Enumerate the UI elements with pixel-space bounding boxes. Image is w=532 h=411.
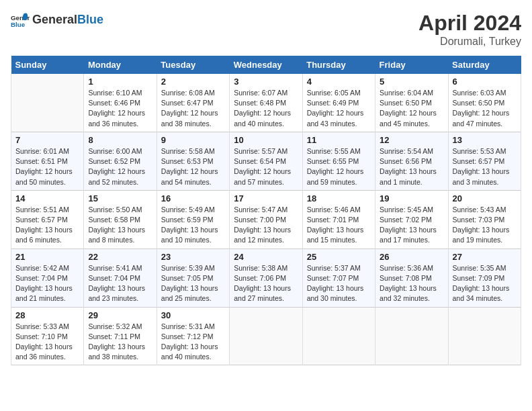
calendar-cell: 20 Sunrise: 5:43 AM Sunset: 7:03 PM Dayl… [448,190,521,248]
svg-text:Blue: Blue [11,21,26,28]
day-daylight: Daylight: 13 hours and 10 minutes. [161,226,218,244]
day-number: 4 [307,77,371,87]
calendar-header-row: SundayMondayTuesdayWednesdayThursdayFrid… [11,56,521,74]
day-sunrise: Sunrise: 5:51 AM [15,205,69,214]
day-daylight: Daylight: 13 hours and 32 minutes. [380,284,437,302]
day-daylight: Daylight: 13 hours and 34 minutes. [453,284,510,302]
day-sunrise: Sunrise: 5:45 AM [380,205,433,214]
day-daylight: Daylight: 13 hours and 38 minutes. [88,342,145,361]
calendar-cell: 26 Sunrise: 5:36 AM Sunset: 7:08 PM Dayl… [375,248,448,307]
day-number: 22 [88,252,152,262]
day-number: 25 [307,252,371,262]
calendar-cell: 14 Sunrise: 5:51 AM Sunset: 6:57 PM Dayl… [11,190,84,248]
day-sunset: Sunset: 7:05 PM [161,274,214,282]
calendar-cell: 22 Sunrise: 5:41 AM Sunset: 7:04 PM Dayl… [84,248,157,307]
day-number: 26 [380,252,443,262]
day-daylight: Daylight: 13 hours and 30 minutes. [307,284,364,302]
day-sunset: Sunset: 6:55 PM [307,157,359,165]
day-sunrise: Sunrise: 5:37 AM [307,264,361,272]
day-number: 28 [15,310,79,320]
day-sunset: Sunset: 6:50 PM [453,99,505,107]
calendar-cell: 11 Sunrise: 5:55 AM Sunset: 6:55 PM Dayl… [302,132,375,190]
day-sunrise: Sunrise: 6:00 AM [88,147,142,155]
day-number: 2 [161,77,225,87]
day-sunset: Sunset: 7:08 PM [380,274,432,282]
calendar-cell: 2 Sunrise: 6:08 AM Sunset: 6:47 PM Dayli… [157,74,229,132]
day-number: 20 [453,193,517,203]
column-header-sunday: Sunday [11,56,84,74]
calendar-week-row: 21 Sunrise: 5:42 AM Sunset: 7:04 PM Dayl… [11,248,521,307]
day-daylight: Daylight: 13 hours and 25 minutes. [161,284,218,302]
day-sunset: Sunset: 6:46 PM [88,99,140,107]
calendar-cell: 23 Sunrise: 5:39 AM Sunset: 7:05 PM Dayl… [157,248,229,307]
day-sunset: Sunset: 6:56 PM [380,157,432,165]
calendar-cell: 12 Sunrise: 5:54 AM Sunset: 6:56 PM Dayl… [375,132,448,190]
calendar-cell: 24 Sunrise: 5:38 AM Sunset: 7:06 PM Dayl… [230,248,302,307]
day-number: 8 [88,135,152,145]
calendar-cell: 4 Sunrise: 6:05 AM Sunset: 6:49 PM Dayli… [302,74,375,132]
day-sunrise: Sunrise: 5:35 AM [453,264,506,272]
day-daylight: Daylight: 13 hours and 6 minutes. [15,226,73,244]
day-number: 10 [234,135,298,145]
day-sunset: Sunset: 6:49 PM [307,99,359,107]
calendar-week-row: 28 Sunrise: 5:33 AM Sunset: 7:10 PM Dayl… [11,307,521,365]
day-sunset: Sunset: 7:04 PM [88,274,140,282]
column-header-wednesday: Wednesday [230,56,302,74]
day-sunset: Sunset: 6:59 PM [161,216,214,224]
day-sunrise: Sunrise: 6:03 AM [453,89,506,97]
day-sunrise: Sunrise: 5:31 AM [161,322,215,330]
day-sunrise: Sunrise: 5:54 AM [380,147,433,155]
day-sunset: Sunset: 6:52 PM [88,157,140,165]
day-number: 17 [234,193,298,203]
logo-blue-text: Blue [77,13,103,26]
column-header-tuesday: Tuesday [157,56,229,74]
day-sunset: Sunset: 6:48 PM [234,99,286,107]
day-number: 12 [380,135,443,145]
calendar-week-row: 1 Sunrise: 6:10 AM Sunset: 6:46 PM Dayli… [11,74,521,132]
day-sunrise: Sunrise: 5:46 AM [307,205,361,214]
calendar-cell: 28 Sunrise: 5:33 AM Sunset: 7:10 PM Dayl… [11,307,84,365]
calendar-cell: 29 Sunrise: 5:32 AM Sunset: 7:11 PM Dayl… [84,307,157,365]
day-sunset: Sunset: 7:11 PM [88,332,140,340]
day-sunset: Sunset: 7:10 PM [15,332,68,340]
logo-general-text: General [32,13,77,26]
day-sunrise: Sunrise: 5:42 AM [15,264,69,272]
day-sunset: Sunset: 7:00 PM [234,216,286,224]
day-number: 19 [380,193,443,203]
day-sunrise: Sunrise: 6:01 AM [15,147,69,155]
day-sunrise: Sunrise: 5:47 AM [234,205,287,214]
day-sunrise: Sunrise: 5:57 AM [234,147,287,155]
calendar-cell: 15 Sunrise: 5:50 AM Sunset: 6:58 PM Dayl… [84,190,157,248]
day-sunrise: Sunrise: 5:32 AM [88,322,142,330]
column-header-monday: Monday [84,56,157,74]
day-daylight: Daylight: 12 hours and 45 minutes. [380,109,437,127]
day-sunrise: Sunrise: 5:49 AM [161,205,215,214]
day-daylight: Daylight: 12 hours and 52 minutes. [88,167,145,185]
day-daylight: Daylight: 13 hours and 1 minute. [380,167,437,185]
day-sunrise: Sunrise: 5:53 AM [453,147,506,155]
calendar-week-row: 14 Sunrise: 5:51 AM Sunset: 6:57 PM Dayl… [11,190,521,248]
day-number: 3 [234,77,298,87]
calendar-week-row: 7 Sunrise: 6:01 AM Sunset: 6:51 PM Dayli… [11,132,521,190]
day-number: 9 [161,135,225,145]
day-number: 16 [161,193,225,203]
day-daylight: Daylight: 12 hours and 50 minutes. [15,167,73,185]
day-number: 27 [453,252,517,262]
day-daylight: Daylight: 13 hours and 8 minutes. [88,226,145,244]
day-sunrise: Sunrise: 5:43 AM [453,205,506,214]
day-daylight: Daylight: 12 hours and 43 minutes. [307,109,364,127]
location-title: Dorumali, Turkey [418,36,521,48]
day-sunset: Sunset: 7:09 PM [453,274,505,282]
day-sunrise: Sunrise: 6:04 AM [380,89,433,97]
day-sunrise: Sunrise: 6:07 AM [234,89,287,97]
day-sunset: Sunset: 6:54 PM [234,157,286,165]
day-sunrise: Sunrise: 5:38 AM [234,264,287,272]
day-sunset: Sunset: 7:03 PM [453,216,505,224]
column-header-friday: Friday [375,56,448,74]
day-sunrise: Sunrise: 5:50 AM [88,205,142,214]
day-sunrise: Sunrise: 6:05 AM [307,89,361,97]
day-sunset: Sunset: 6:58 PM [88,216,140,224]
title-block: April 2024 Dorumali, Turkey [418,11,521,48]
calendar-cell [448,307,521,365]
column-header-saturday: Saturday [448,56,521,74]
